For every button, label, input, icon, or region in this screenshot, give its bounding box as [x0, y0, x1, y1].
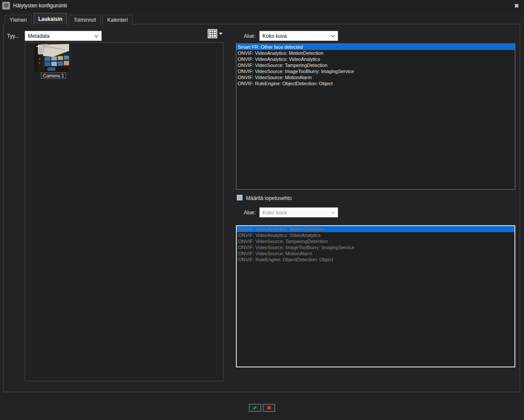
end-area-value: Koko kuva: [262, 210, 287, 216]
list-item: ONVIF: RuleEngine: ObjectDetection: Obje…: [237, 257, 514, 263]
cancel-button[interactable]: ✖: [263, 404, 275, 412]
title-bar: ⚙ Hälytysten konfigurointi ✖: [0, 0, 524, 12]
tab-toiminnot[interactable]: Toiminnot: [69, 15, 100, 24]
camera-list-panel: Camera 1: [25, 42, 223, 381]
chevron-down-icon: [94, 34, 99, 38]
list-item: ONVIF: VideoSource: ImageTooBlurry: Imag…: [237, 244, 514, 250]
tab-laukaisin[interactable]: Laukaisin: [33, 13, 67, 24]
list-item: ONVIF: VideoAnalytics: VideoAnalytics: [237, 232, 514, 238]
end-area-select: Koko kuva: [259, 207, 338, 217]
camera-name-label[interactable]: Camera 1: [41, 73, 66, 79]
list-item[interactable]: ONVIF: VideoAnalytics: MotionDetection: [236, 50, 515, 56]
list-item: ONVIF: VideoSource: TamperingDetection: [237, 238, 514, 244]
tab-bar: Yleinen Laukaisin Toiminnot Kalenteri: [5, 13, 133, 24]
caret-down-icon: [219, 33, 222, 35]
alarm-config-dialog: ⚙ Hälytysten konfigurointi ✖ Yleinen Lau…: [0, 0, 524, 420]
list-item[interactable]: Smart FR: Other face detected: [236, 44, 515, 50]
gear-icon: ⚙: [2, 2, 10, 10]
window-title: Hälytysten konfigurointi: [13, 3, 67, 9]
trigger-area-label: Alue:: [244, 33, 255, 39]
camera-thumbnail[interactable]: [34, 44, 69, 72]
end-condition-label: Määritä lopetusehto: [246, 195, 292, 201]
list-item: ONVIF: VideoAnalytics: MotionDetection: [237, 226, 514, 232]
list-item[interactable]: ONVIF: VideoAnalytics: VideoAnalytics: [236, 56, 515, 62]
type-select-value: Metadata: [28, 33, 50, 39]
tab-kalenteri[interactable]: Kalenteri: [103, 15, 133, 24]
ok-button[interactable]: ✔: [249, 404, 261, 412]
trigger-events-list: Smart FR: Other face detectedONVIF: Vide…: [236, 43, 515, 190]
list-item[interactable]: ONVIF: VideoSource: ImageTooBlurry: Imag…: [236, 68, 515, 74]
type-label: Tyy...: [7, 33, 19, 39]
tab-yleinen[interactable]: Yleinen: [5, 15, 32, 24]
end-condition-checkbox[interactable]: [237, 195, 242, 200]
end-area-label: Alue:: [244, 210, 255, 216]
chevron-down-icon: [331, 34, 335, 38]
grid-layout-button[interactable]: [208, 28, 225, 39]
chevron-down-icon: [331, 210, 335, 215]
trigger-area-select[interactable]: Koko kuva: [259, 31, 338, 41]
trigger-area-value: Koko kuva: [262, 33, 287, 39]
list-item[interactable]: ONVIF: VideoSource: TamperingDetection: [236, 62, 515, 68]
list-item[interactable]: ONVIF: RuleEngine: ObjectDetection: Obje…: [236, 80, 515, 87]
list-item[interactable]: ONVIF: VideoSource: MotionAlarm: [236, 74, 515, 80]
end-events-list: ONVIF: VideoAnalytics: MotionDetectionON…: [236, 225, 515, 367]
list-item: ONVIF: VideoSource: MotionAlarm: [237, 250, 514, 257]
close-icon[interactable]: ✖: [513, 2, 521, 10]
type-select[interactable]: Metadata: [25, 31, 102, 41]
grid-icon: [208, 29, 217, 38]
